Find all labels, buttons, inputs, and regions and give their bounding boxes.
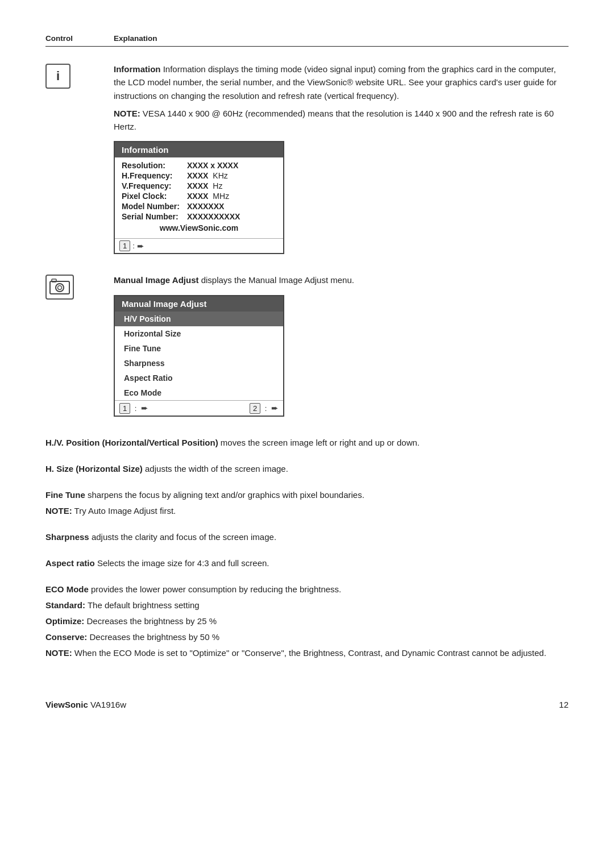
hv-bold: H./V. Position (Horizontal/Vertical Posi… bbox=[45, 438, 218, 447]
table-row: H.Frequency: XXXX KHz bbox=[122, 171, 276, 180]
mia-footer-left: 1 : ➨ bbox=[119, 403, 148, 413]
footer-arrow: ➨ bbox=[137, 241, 144, 251]
model-value: XXXXXXX bbox=[187, 202, 224, 211]
svg-point-1 bbox=[56, 284, 64, 292]
mia-eco-mode: Eco Mode bbox=[115, 385, 283, 400]
resolution-label: Resolution: bbox=[122, 161, 187, 170]
mia-arrow-1: ➨ bbox=[141, 403, 148, 413]
table-row: Model Number: XXXXXXX bbox=[122, 202, 276, 211]
page-footer: ViewSonic VA1916w 12 bbox=[45, 694, 569, 709]
svg-rect-2 bbox=[52, 279, 56, 282]
table-row: Serial Number: XXXXXXXXXX bbox=[122, 212, 276, 221]
sharpness-para: Sharpness adjusts the clarity and focus … bbox=[45, 530, 569, 544]
info-table-footer: 1 : ➨ bbox=[115, 238, 283, 253]
info-note1: NOTE: VESA 1440 x 900 @ 60Hz (recommende… bbox=[114, 107, 569, 134]
note1-bold: NOTE: bbox=[114, 109, 140, 118]
control-header: Control bbox=[45, 34, 114, 43]
finetune-para: Fine Tune sharpens the focus by aligning… bbox=[45, 488, 569, 518]
vfreq-value: XXXX bbox=[187, 181, 208, 190]
hsize-para: H. Size (Horizontal Size) adjusts the wi… bbox=[45, 462, 569, 476]
table-header: Control Explanation bbox=[45, 34, 569, 47]
vfreq-label: V.Frequency: bbox=[122, 181, 187, 190]
svg-point-3 bbox=[58, 286, 62, 290]
finetune-bold: Fine Tune bbox=[45, 490, 85, 500]
mia-horizontal-size: Horizontal Size bbox=[115, 326, 283, 341]
mia-table: Manual Image Adjust H/V Position Horizon… bbox=[114, 295, 284, 417]
information-section: i Information Information displays the t… bbox=[45, 63, 569, 258]
finetune-text: sharpens the focus by aligning text and/… bbox=[88, 490, 364, 500]
colon-sep: : bbox=[132, 242, 135, 250]
footer-brand: ViewSonic bbox=[45, 700, 88, 709]
finetune-note-bold: NOTE: bbox=[45, 506, 72, 516]
mia-section: Manual Image Adjust displays the Manual … bbox=[45, 273, 569, 420]
eco-optimize: Optimize: Decreases the brightness by 25… bbox=[45, 614, 569, 628]
table-row: V.Frequency: XXXX Hz bbox=[122, 181, 276, 190]
aspect-ratio-text: Selects the image size for 4:3 and full … bbox=[97, 558, 269, 568]
info-para1: Information Information displays the tim… bbox=[114, 63, 569, 102]
info-icon-col: i bbox=[45, 63, 114, 89]
footer-brand-model: ViewSonic VA1916w bbox=[45, 700, 126, 709]
finetune-note: NOTE: Try Auto Image Adjust first. bbox=[45, 504, 569, 518]
eco-note: NOTE: When the ECO Mode is set to "Optim… bbox=[45, 646, 569, 660]
eco-mode-para: ECO Mode provides the lower power consum… bbox=[45, 583, 569, 660]
colon-left: : bbox=[135, 404, 137, 413]
hfreq-label: H.Frequency: bbox=[122, 171, 187, 180]
pixclock-unit: MHz bbox=[213, 192, 229, 201]
btn-1: 1 bbox=[119, 240, 130, 251]
mia-icon-col bbox=[45, 273, 114, 300]
serial-label: Serial Number: bbox=[122, 212, 187, 221]
mia-arrow-2: ➨ bbox=[271, 403, 279, 413]
hfreq-unit: KHz bbox=[213, 171, 227, 180]
mia-footer-right: 2 : ➨ bbox=[250, 403, 279, 413]
hsize-text: adjusts the width of the screen image. bbox=[145, 464, 288, 474]
mia-sharpness: Sharpness bbox=[115, 356, 283, 371]
info-table-body: Resolution: XXXX x XXXX H.Frequency: XXX… bbox=[115, 157, 283, 238]
info-icon: i bbox=[45, 64, 70, 89]
mia-intro-text: displays the Manual Image Adjust menu. bbox=[201, 275, 354, 285]
aspect-ratio-para: Aspect ratio Selects the image size for … bbox=[45, 556, 569, 570]
note1-text: VESA 1440 x 900 @ 60Hz (recommended) mea… bbox=[114, 109, 554, 131]
serial-value: XXXXXXXXXX bbox=[187, 212, 240, 221]
sharpness-text: adjusts the clarity and focus of the scr… bbox=[92, 532, 276, 542]
pixclock-value: XXXX bbox=[187, 192, 208, 201]
info-table-title: Information bbox=[115, 142, 283, 157]
table-row: Pixel Clock: XXXX MHz bbox=[122, 192, 276, 201]
mia-table-footer: 1 : ➨ 2 : ➨ bbox=[115, 400, 283, 416]
info-para1-text: Information displays the timing mode (vi… bbox=[114, 64, 557, 101]
mia-btn-2: 2 bbox=[250, 403, 260, 414]
info-table: Information Resolution: XXXX x XXXX H.Fr… bbox=[114, 141, 284, 254]
vfreq-unit: Hz bbox=[213, 181, 222, 190]
hv-text: moves the screen image left or right and… bbox=[221, 438, 420, 447]
camera-icon bbox=[45, 275, 74, 300]
explanation-header: Explanation bbox=[114, 34, 157, 43]
eco-bold: ECO Mode bbox=[45, 584, 89, 594]
mia-btn-1: 1 bbox=[119, 403, 130, 414]
info-url: www.ViewSonic.com bbox=[122, 222, 276, 235]
hv-position-para: H./V. Position (Horizontal/Vertical Posi… bbox=[45, 436, 569, 450]
mia-aspect-ratio: Aspect Ratio bbox=[115, 371, 283, 385]
footer-page: 12 bbox=[559, 700, 569, 709]
table-row: Resolution: XXXX x XXXX bbox=[122, 161, 276, 170]
footer-model-text: VA1916w bbox=[90, 700, 126, 709]
hfreq-value: XXXX bbox=[187, 171, 208, 180]
eco-conserve: Conserve: Decreases the brightness by 50… bbox=[45, 630, 569, 644]
info-text-col: Information Information displays the tim… bbox=[114, 63, 569, 258]
sharpness-bold: Sharpness bbox=[45, 532, 89, 542]
colon-right: : bbox=[265, 404, 267, 413]
pixclock-label: Pixel Clock: bbox=[122, 192, 187, 201]
model-label: Model Number: bbox=[122, 202, 187, 211]
hsize-bold: H. Size (Horizontal Size) bbox=[45, 464, 143, 474]
mia-fine-tune: Fine Tune bbox=[115, 341, 283, 356]
mia-hv-position: H/V Position bbox=[115, 312, 283, 326]
finetune-note-text: Try Auto Image Adjust first. bbox=[74, 506, 176, 516]
mia-intro: Manual Image Adjust displays the Manual … bbox=[114, 273, 569, 286]
mia-bold: Manual Image Adjust bbox=[114, 275, 198, 285]
mia-text-col: Manual Image Adjust displays the Manual … bbox=[114, 273, 569, 420]
eco-text: provides the lower power consumption by … bbox=[91, 584, 341, 594]
mia-table-title: Manual Image Adjust bbox=[115, 296, 283, 312]
resolution-value: XXXX x XXXX bbox=[187, 161, 238, 170]
eco-standard: Standard: The default brightness setting bbox=[45, 599, 569, 612]
aspect-ratio-bold: Aspect ratio bbox=[45, 558, 95, 568]
information-bold: Information bbox=[114, 64, 161, 74]
